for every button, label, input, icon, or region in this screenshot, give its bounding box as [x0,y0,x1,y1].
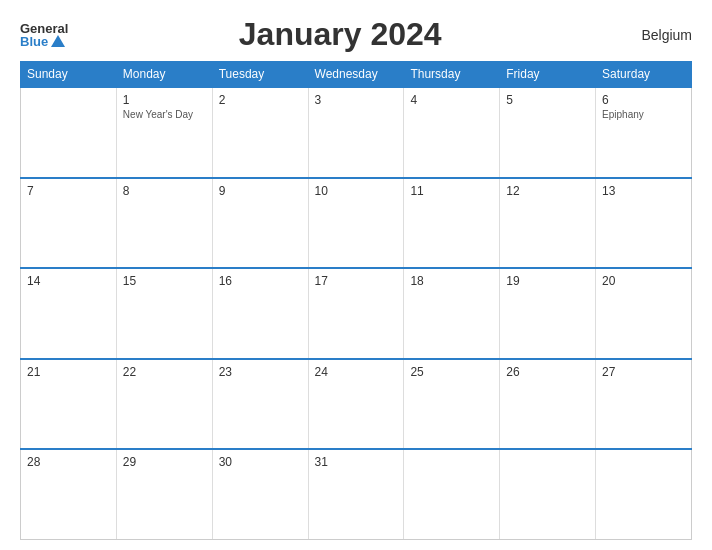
day-header-row: Sunday Monday Tuesday Wednesday Thursday… [21,62,692,88]
day-number: 31 [315,455,398,469]
day-number: 15 [123,274,206,288]
calendar-cell: 18 [404,268,500,359]
calendar-cell: 25 [404,359,500,450]
day-number: 17 [315,274,398,288]
logo: General Blue [20,22,68,48]
calendar-cell: 15 [116,268,212,359]
day-number: 6 [602,93,685,107]
calendar-cell: 27 [596,359,692,450]
calendar-cell: 6Epiphany [596,87,692,178]
calendar-cell: 10 [308,178,404,269]
day-number: 26 [506,365,589,379]
day-number: 8 [123,184,206,198]
calendar-cell: 1New Year's Day [116,87,212,178]
calendar-cell: 7 [21,178,117,269]
col-saturday: Saturday [596,62,692,88]
logo-triangle-icon [51,35,65,47]
day-number: 27 [602,365,685,379]
calendar-cell [500,449,596,540]
calendar-week-row: 28293031 [21,449,692,540]
day-number: 11 [410,184,493,198]
calendar-cell: 30 [212,449,308,540]
calendar-cell: 19 [500,268,596,359]
calendar-cell: 12 [500,178,596,269]
calendar-cell [404,449,500,540]
calendar-cell: 23 [212,359,308,450]
calendar-cell: 20 [596,268,692,359]
calendar-body: 1New Year's Day23456Epiphany789101112131… [21,87,692,540]
calendar-header: Sunday Monday Tuesday Wednesday Thursday… [21,62,692,88]
calendar-cell: 9 [212,178,308,269]
day-number: 10 [315,184,398,198]
calendar-cell: 8 [116,178,212,269]
calendar-cell: 2 [212,87,308,178]
day-number: 28 [27,455,110,469]
calendar-week-row: 1New Year's Day23456Epiphany [21,87,692,178]
day-number: 30 [219,455,302,469]
day-number: 5 [506,93,589,107]
calendar-title: January 2024 [68,16,612,53]
day-number: 19 [506,274,589,288]
logo-blue-text: Blue [20,35,68,48]
day-number: 25 [410,365,493,379]
day-number: 22 [123,365,206,379]
calendar-cell: 14 [21,268,117,359]
calendar-cell: 24 [308,359,404,450]
calendar-cell: 29 [116,449,212,540]
day-number: 4 [410,93,493,107]
col-thursday: Thursday [404,62,500,88]
calendar-week-row: 14151617181920 [21,268,692,359]
header: General Blue January 2024 Belgium [20,16,692,53]
calendar-cell: 4 [404,87,500,178]
calendar-cell: 22 [116,359,212,450]
day-number: 9 [219,184,302,198]
calendar-cell [21,87,117,178]
day-number: 2 [219,93,302,107]
calendar-table: Sunday Monday Tuesday Wednesday Thursday… [20,61,692,540]
calendar-cell: 17 [308,268,404,359]
col-wednesday: Wednesday [308,62,404,88]
day-number: 13 [602,184,685,198]
day-number: 20 [602,274,685,288]
day-number: 23 [219,365,302,379]
day-number: 3 [315,93,398,107]
country-label: Belgium [612,27,692,43]
calendar-cell: 16 [212,268,308,359]
col-tuesday: Tuesday [212,62,308,88]
day-number: 29 [123,455,206,469]
day-number: 7 [27,184,110,198]
holiday-label: Epiphany [602,109,685,120]
day-number: 1 [123,93,206,107]
calendar-cell: 21 [21,359,117,450]
day-number: 24 [315,365,398,379]
calendar-cell: 5 [500,87,596,178]
calendar-cell: 28 [21,449,117,540]
day-number: 18 [410,274,493,288]
calendar-cell: 26 [500,359,596,450]
calendar-week-row: 21222324252627 [21,359,692,450]
calendar-cell [596,449,692,540]
col-sunday: Sunday [21,62,117,88]
calendar-week-row: 78910111213 [21,178,692,269]
day-number: 16 [219,274,302,288]
col-monday: Monday [116,62,212,88]
calendar-page: General Blue January 2024 Belgium Sunday… [0,0,712,550]
holiday-label: New Year's Day [123,109,206,120]
calendar-cell: 13 [596,178,692,269]
col-friday: Friday [500,62,596,88]
logo-general-text: General [20,22,68,35]
calendar-cell: 11 [404,178,500,269]
day-number: 14 [27,274,110,288]
calendar-cell: 31 [308,449,404,540]
calendar-cell: 3 [308,87,404,178]
day-number: 12 [506,184,589,198]
day-number: 21 [27,365,110,379]
